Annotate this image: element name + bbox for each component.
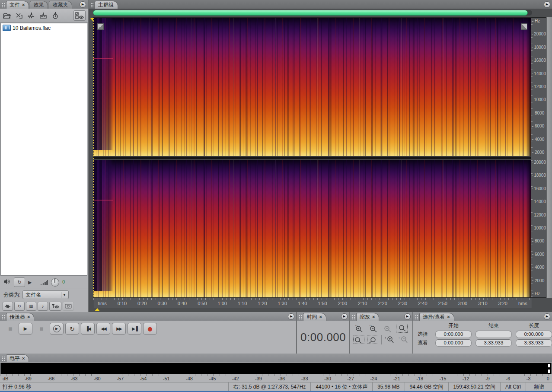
- db-tick-label: -30: [324, 376, 331, 381]
- panel-grip-icon[interactable]: [1, 314, 5, 320]
- db-tick-label: -33: [301, 376, 308, 381]
- filter-view-button[interactable]: [49, 302, 61, 311]
- frequency-ticks-right-channel: 2000018000160001400012000100008000600040…: [531, 159, 546, 297]
- view-start-field[interactable]: 0:00.000: [435, 339, 472, 347]
- spectrogram-outro-fade: [526, 18, 531, 156]
- db-tick-label: -39: [255, 376, 262, 381]
- vertical-scrollbar[interactable]: [546, 17, 552, 298]
- close-icon[interactable]: ×: [27, 315, 30, 319]
- zoom-to-selection-button[interactable]: [396, 323, 408, 333]
- panel-grip-icon[interactable]: [1, 2, 5, 8]
- tab-zoom-label: 缩放: [360, 313, 370, 321]
- loop-preview-button[interactable]: ↻: [14, 277, 25, 287]
- mute-speaker-icon[interactable]: [3, 279, 11, 286]
- go-to-beginning-button[interactable]: ▐◀: [81, 323, 95, 335]
- close-icon[interactable]: ×: [447, 315, 450, 319]
- panel-menu-icon[interactable]: ▶: [544, 1, 550, 8]
- spectrogram-right-channel[interactable]: [93, 160, 531, 297]
- loop-play-button[interactable]: ↻: [65, 323, 79, 335]
- playhead-cursor[interactable]: [93, 18, 94, 297]
- insert-into-cd-list-button[interactable]: [38, 11, 48, 20]
- view-end-field[interactable]: 3:33.933: [475, 339, 512, 347]
- view-length-field[interactable]: 3:33.933: [516, 339, 552, 347]
- level-meter[interactable]: [0, 363, 552, 374]
- frequency-ruler[interactable]: Hz20000180001600014000120001000080006000…: [531, 17, 546, 298]
- time-ruler[interactable]: hms0:100:200:300:400:501:001:101:201:301…: [93, 298, 532, 308]
- tab-transport[interactable]: 传送器 ×: [6, 313, 34, 321]
- sort-by-dropdown[interactable]: 文件名 ▼: [22, 290, 69, 299]
- selection-start-field[interactable]: 0:00.000: [435, 331, 472, 338]
- selection-length-field[interactable]: 0:00.000: [516, 331, 552, 338]
- play-button[interactable]: ▶: [19, 323, 32, 335]
- horizontal-scrollbar-track[interactable]: [93, 10, 532, 16]
- db-tick-label: -57: [117, 376, 124, 381]
- fast-forward-button[interactable]: ▶▶: [112, 323, 126, 335]
- panel-menu-icon[interactable]: ▶: [404, 313, 411, 320]
- show-loop-files-button[interactable]: ↻: [14, 302, 25, 311]
- status-view-mode[interactable]: 频谱: [526, 382, 552, 391]
- tab-effects[interactable]: 效果: [30, 1, 48, 9]
- selection-end-field[interactable]: [475, 331, 512, 338]
- zoom-out-horizontal-button[interactable]: ↔: [367, 323, 380, 333]
- panel-grip-icon[interactable]: [415, 314, 418, 320]
- time-display[interactable]: 0:00.000: [297, 321, 349, 354]
- loop-play-icon: ↻: [70, 325, 75, 332]
- file-item[interactable]: 10 Bailamos.flac: [1, 24, 87, 32]
- show-midi-files-button[interactable]: ♪: [38, 302, 48, 311]
- tab-main-group[interactable]: 主群组: [95, 1, 118, 9]
- close-icon[interactable]: ×: [372, 315, 375, 319]
- zoom-in-vertical-button[interactable]: ↕: [384, 335, 396, 344]
- playhead-marker-bottom[interactable]: [95, 308, 100, 311]
- close-icon[interactable]: ×: [22, 3, 25, 7]
- main-tabstrip: 主群组 ▶: [89, 0, 552, 9]
- show-audio-files-button[interactable]: [3, 302, 13, 311]
- zoom-out-vertical-button[interactable]: ↕: [398, 335, 410, 344]
- tab-favorites[interactable]: 收藏夹: [49, 1, 72, 9]
- zoom-to-selection-left-button[interactable]: [353, 335, 365, 344]
- play-from-cursor-button[interactable]: ▶: [50, 323, 64, 335]
- panel-grip-icon[interactable]: [298, 314, 302, 320]
- zoom-in-horizontal-button[interactable]: ↔: [353, 323, 365, 333]
- stop-button[interactable]: ■: [3, 323, 17, 335]
- tab-files[interactable]: 文件 ×: [6, 1, 29, 9]
- display-corner-handle-left[interactable]: [97, 23, 104, 30]
- import-file-button[interactable]: [2, 11, 12, 20]
- show-file-options-button[interactable]: [73, 10, 86, 21]
- close-icon[interactable]: ×: [22, 356, 25, 361]
- panel-menu-icon[interactable]: ▶: [80, 1, 86, 8]
- tab-levels[interactable]: 电平 ×: [6, 354, 29, 362]
- close-file-button[interactable]: [14, 11, 24, 20]
- volume-bars-icon[interactable]: [41, 280, 48, 285]
- channel-divider[interactable]: [93, 156, 531, 160]
- display-corner-handle-right[interactable]: [521, 23, 527, 30]
- record-button[interactable]: ●: [143, 323, 157, 335]
- spectrogram-left-channel[interactable]: [93, 18, 531, 156]
- time-tick-label: 2:40: [418, 301, 427, 306]
- panel-menu-icon[interactable]: ▶: [288, 313, 294, 320]
- panel-grip-icon[interactable]: [90, 2, 94, 8]
- insert-into-multitrack-button[interactable]: [26, 11, 36, 20]
- panel-grip-icon[interactable]: [1, 356, 5, 361]
- show-video-files-button[interactable]: ▦: [26, 302, 36, 311]
- panel-menu-icon[interactable]: ▶: [544, 313, 550, 320]
- insert-into-session-button[interactable]: [51, 11, 60, 20]
- file-list[interactable]: 10 Bailamos.flac: [0, 23, 87, 276]
- zoom-out-full-button[interactable]: [381, 323, 394, 333]
- volume-knob[interactable]: [51, 278, 59, 287]
- zoom-to-selection-right-button[interactable]: [367, 335, 379, 344]
- tab-time[interactable]: 时间 ×: [303, 313, 326, 321]
- db-tick-label: -21: [393, 376, 400, 381]
- horizontal-scrollbar-thumb[interactable]: [93, 10, 528, 16]
- rewind-button[interactable]: ◀◀: [96, 323, 110, 335]
- tab-transport-label: 传送器: [10, 313, 25, 321]
- volume-value[interactable]: 0: [62, 279, 65, 285]
- go-to-end-button[interactable]: ▶▐: [128, 323, 141, 335]
- preview-play-icon[interactable]: ▶: [28, 280, 32, 285]
- pause-button[interactable]: ▮▮: [34, 323, 48, 335]
- waveform-display[interactable]: [93, 17, 531, 298]
- tab-selection-view[interactable]: 选择/查看 ×: [419, 313, 454, 321]
- tab-zoom[interactable]: 缩放 ×: [356, 313, 379, 321]
- panel-menu-icon[interactable]: ▶: [341, 313, 348, 320]
- close-icon[interactable]: ×: [319, 315, 322, 319]
- panel-grip-icon[interactable]: [351, 314, 355, 320]
